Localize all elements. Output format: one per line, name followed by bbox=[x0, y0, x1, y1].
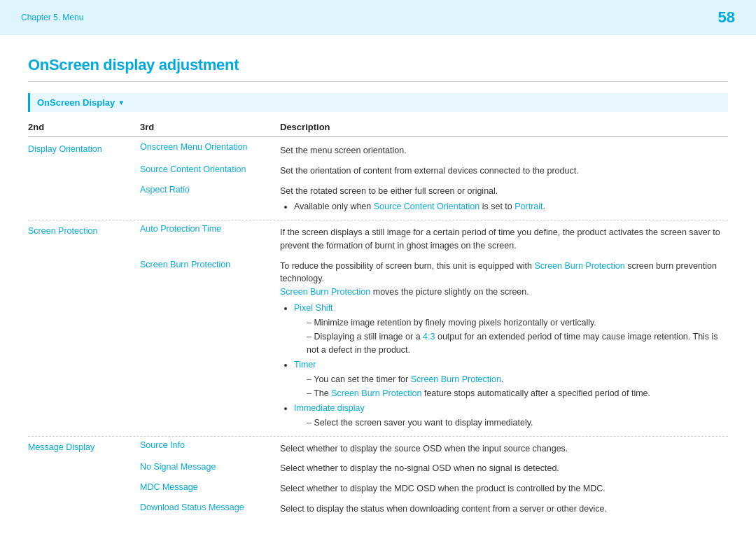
cell-3rd-mdc-message: MDC Message bbox=[140, 481, 280, 493]
table-row: MDC Message Select whether to display th… bbox=[28, 479, 728, 499]
list-item: Available only when Source Content Orien… bbox=[294, 200, 728, 213]
cell-2nd-display-orientation: Display Orientation bbox=[28, 141, 140, 155]
title-divider bbox=[28, 81, 728, 82]
table-row: Screen Burn Protection To reduce the pos… bbox=[28, 256, 728, 436]
cell-desc-source-content: Set the orientation of content from exte… bbox=[280, 163, 728, 179]
list-item: Minimize image retention by finely movin… bbox=[307, 316, 728, 330]
cell-2nd-message-display: Message Display bbox=[28, 439, 140, 454]
link-screen-burn-2: Screen Burn Protection bbox=[280, 287, 370, 297]
section-header-text: OnScreen Display bbox=[37, 97, 115, 108]
table-row: Source Content Orientation Set the orien… bbox=[28, 161, 728, 181]
cell-3rd-download-status: Download Status Message bbox=[140, 501, 280, 514]
cell-desc-onscreen-menu: Set the menu screen orientation. bbox=[280, 141, 728, 159]
list-item: Timer You can set the timer for Screen B… bbox=[294, 358, 728, 400]
link-immediate-display: Immediate display bbox=[294, 403, 365, 413]
link-portrait: Portrait bbox=[514, 202, 542, 211]
dropdown-arrow-icon: ▼ bbox=[118, 99, 125, 106]
cell-desc-no-signal: Select whether to display the no-signal … bbox=[280, 461, 728, 477]
cell-3rd-source-info: Source Info bbox=[140, 439, 280, 451]
list-item: The Screen Burn Protection feature stops… bbox=[307, 387, 728, 400]
group-screen-protection: Screen Protection Auto Protection Time I… bbox=[28, 220, 728, 437]
header-bar: Chapter 5. Menu 58 bbox=[0, 0, 756, 35]
table-container: 2nd 3rd Description Display Orientation … bbox=[28, 120, 728, 519]
cell-desc-source-info: Select whether to display the source OSD… bbox=[280, 439, 728, 457]
cell-2nd-screen-protection: Screen Protection bbox=[28, 223, 140, 237]
cell-3rd-aspect-ratio: Aspect Ratio bbox=[140, 183, 280, 196]
group-display-orientation: Display Orientation Onscreen Menu Orient… bbox=[28, 139, 728, 220]
col-3rd-header: 3rd bbox=[140, 120, 280, 134]
pixel-shift-sub: Minimize image retention by finely movin… bbox=[301, 316, 728, 357]
table-row: Display Orientation Onscreen Menu Orient… bbox=[28, 139, 728, 161]
immediate-sub: Select the screen saver you want to disp… bbox=[301, 416, 728, 430]
cell-3rd-screen-burn: Screen Burn Protection bbox=[140, 258, 280, 271]
table-header-row: 2nd 3rd Description bbox=[28, 120, 728, 137]
group-message-display: Message Display Source Info Select wheth… bbox=[28, 437, 728, 519]
cell-desc-auto-protection: If the screen displays a still image for… bbox=[280, 223, 728, 254]
link-screen-burn-timer: Screen Burn Protection bbox=[411, 374, 501, 384]
list-item: Select the screen saver you want to disp… bbox=[307, 416, 728, 430]
page-number: 58 bbox=[718, 8, 735, 27]
link-pixel-shift: Pixel Shift bbox=[294, 303, 333, 313]
cell-desc-screen-burn: To reduce the possibility of screen burn… bbox=[280, 258, 728, 434]
cell-3rd-auto-protection: Auto Protection Time bbox=[140, 223, 280, 235]
main-content: OnScreen display adjustment OnScreen Dis… bbox=[0, 35, 756, 534]
table-row: No Signal Message Select whether to disp… bbox=[28, 458, 728, 479]
cell-3rd-onscreen-menu: Onscreen Menu Orientation bbox=[140, 141, 280, 153]
table-row: Download Status Message Select to displa… bbox=[28, 499, 728, 519]
link-screen-burn-stops: Screen Burn Protection bbox=[331, 388, 421, 398]
list-item: Displaying a still image or a 4:3 output… bbox=[307, 330, 728, 357]
cell-desc-aspect-ratio: Set the rotated screen to be either full… bbox=[280, 183, 728, 218]
section-header[interactable]: OnScreen Display ▼ bbox=[28, 93, 728, 112]
page-title: OnScreen display adjustment bbox=[28, 56, 728, 74]
table-row: Screen Protection Auto Protection Time I… bbox=[28, 220, 728, 256]
link-screen-burn-1: Screen Burn Protection bbox=[534, 261, 624, 271]
cell-3rd-source-content: Source Content Orientation bbox=[140, 163, 280, 176]
list-item: You can set the timer for Screen Burn Pr… bbox=[307, 373, 728, 386]
link-timer: Timer bbox=[294, 360, 316, 370]
cell-desc-download-status: Select to display the status when downlo… bbox=[280, 501, 728, 517]
screen-burn-bullets: Pixel Shift Minimize image retention by … bbox=[287, 302, 728, 430]
link-4-3: 4:3 bbox=[423, 332, 435, 342]
link-source-content-orientation: Source Content Orientation bbox=[374, 202, 479, 211]
table-row: Aspect Ratio Set the rotated screen to b… bbox=[28, 181, 728, 220]
col-desc-header: Description bbox=[280, 120, 728, 134]
chapter-label: Chapter 5. Menu bbox=[21, 13, 83, 22]
cell-3rd-no-signal: No Signal Message bbox=[140, 461, 280, 473]
aspect-ratio-bullets: Available only when Source Content Orien… bbox=[287, 200, 728, 213]
list-item: Immediate display Select the screen save… bbox=[294, 402, 728, 430]
col-2nd-header: 2nd bbox=[28, 120, 140, 134]
table-row: Message Display Source Info Select wheth… bbox=[28, 437, 728, 459]
timer-sub: You can set the timer for Screen Burn Pr… bbox=[301, 373, 728, 401]
cell-desc-mdc-message: Select whether to display the MDC OSD wh… bbox=[280, 481, 728, 497]
list-item: Pixel Shift Minimize image retention by … bbox=[294, 302, 728, 357]
